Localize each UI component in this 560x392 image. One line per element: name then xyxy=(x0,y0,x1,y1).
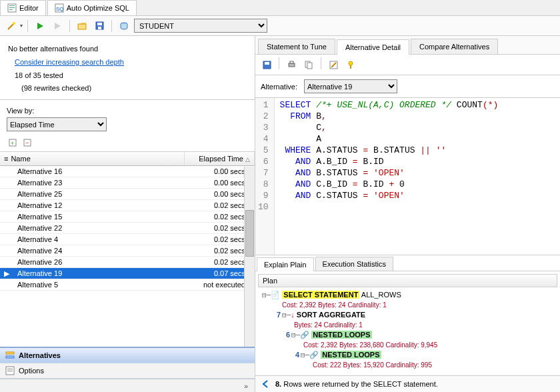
plan-node-nested2[interactable]: NESTED LOOPS xyxy=(321,351,381,359)
row-marker: ▶ xyxy=(0,269,13,279)
col-time-header[interactable]: Elapsed Time xyxy=(199,155,243,163)
svg-point-31 xyxy=(349,61,353,65)
edit-button[interactable] xyxy=(326,57,341,72)
svg-line-6 xyxy=(8,24,13,29)
plan-cost: Cost: 2,392 Bytes: 24 Cardinality: 1 xyxy=(282,301,387,309)
separator xyxy=(279,57,279,69)
right-tab-bar: Statement to Tune Alternative Detail Com… xyxy=(255,36,560,55)
summary-title: No better alternatives found xyxy=(8,43,247,56)
plan-node-select[interactable]: SELECT STATEMENT xyxy=(282,291,359,299)
status-back-icon[interactable] xyxy=(261,379,271,389)
tab-auto-optimize[interactable]: SQL Auto Optimize SQL xyxy=(47,0,137,15)
row-name: Alternative 15 xyxy=(13,212,185,221)
tab-statement-to-tune[interactable]: Statement to Tune xyxy=(258,39,335,54)
main-toolbar: ▾ STUDENT xyxy=(0,16,560,36)
table-row[interactable]: Alternative 40.02 secs xyxy=(0,234,255,245)
alternative-label: Alternative: xyxy=(261,83,297,91)
increase-depth-link[interactable]: Consider increasing search depth xyxy=(15,58,124,66)
panel-alternatives-label: Alternatives xyxy=(19,351,61,359)
table-row[interactable]: Alternative 230.00 secs xyxy=(0,177,255,189)
row-marker xyxy=(0,193,13,195)
run-step-button[interactable] xyxy=(50,19,65,33)
viewby-combo[interactable]: Elapsed Time xyxy=(7,117,107,131)
plan-panel: Plan ⊟─📄 SELECT STATEMENT ALL_ROWS Cost:… xyxy=(255,271,560,375)
status-text: Rows were returned by the SELECT stateme… xyxy=(281,380,438,388)
plan-node-nested1[interactable]: NESTED LOOPS xyxy=(311,331,371,339)
table-row[interactable]: Alternative 120.02 secs xyxy=(0,200,255,211)
plan-header: Plan xyxy=(258,274,557,287)
panel-alternatives[interactable]: Alternatives xyxy=(0,348,255,363)
options-icon xyxy=(5,366,15,375)
wand-dropdown[interactable]: ▾ xyxy=(20,23,23,29)
svg-text:+: + xyxy=(11,140,14,147)
row-marker xyxy=(0,182,13,183)
tab-execution-statistics[interactable]: Execution Statistics xyxy=(315,257,393,271)
row-marker xyxy=(0,250,13,251)
sql-editor[interactable]: 12345678910 SELECT /*+ USE_NL(A,C) ORDER… xyxy=(255,98,560,255)
tab-compare-alternatives[interactable]: Compare Alternatives xyxy=(411,39,498,54)
expand-all-button[interactable]: + xyxy=(7,137,19,149)
open-button[interactable] xyxy=(75,19,89,33)
alternatives-grid[interactable]: ≡ Name Elapsed Time △ Alternative 160.00… xyxy=(0,151,255,375)
row-marker xyxy=(0,205,13,206)
col-name-header[interactable]: Name xyxy=(11,155,30,163)
table-row[interactable]: Alternative 250.00 secs xyxy=(0,189,255,200)
pin-button[interactable] xyxy=(343,57,358,72)
separator xyxy=(111,20,112,32)
loop-icon: 🔗 xyxy=(300,331,309,339)
row-name: Alternative 22 xyxy=(13,223,185,233)
connection-combo[interactable]: STUDENT xyxy=(134,19,267,33)
row-marker xyxy=(0,284,13,285)
run-button[interactable] xyxy=(33,19,47,33)
plan-cost: Bytes: 24 Cardinality: 1 xyxy=(294,321,363,329)
table-row[interactable]: Alternative 5not executed xyxy=(0,279,255,291)
svg-rect-22 xyxy=(7,371,13,371)
table-row[interactable]: Alternative 150.02 secs xyxy=(0,211,255,223)
alternatives-icon xyxy=(5,351,15,360)
row-marker xyxy=(0,239,13,240)
plan-node-sort[interactable]: SORT AGGREGATE xyxy=(297,311,365,319)
summary-rewrites: (98 rewrites checked) xyxy=(21,82,247,95)
row-name: Alternative 5 xyxy=(13,280,185,289)
svg-marker-8 xyxy=(37,23,43,29)
summary-block: No better alternatives found Consider in… xyxy=(0,36,255,100)
copy-button[interactable] xyxy=(301,57,316,72)
left-pane: No better alternatives found Consider in… xyxy=(0,36,255,392)
optimize-icon: SQL xyxy=(55,3,64,13)
svg-rect-3 xyxy=(9,9,13,10)
svg-rect-18 xyxy=(6,352,14,354)
row-name: Alternative 25 xyxy=(13,189,185,199)
save-button[interactable] xyxy=(92,19,107,33)
tab-optimize-label: Auto Optimize SQL xyxy=(67,4,129,12)
table-row[interactable]: Alternative 220.02 secs xyxy=(0,223,255,234)
tab-alternative-detail[interactable]: Alternative Detail xyxy=(337,39,409,55)
panel-options[interactable]: Options xyxy=(0,363,255,379)
sql-code[interactable]: SELECT /*+ USE_NL(A,C) ORDERED */ COUNT(… xyxy=(275,98,504,255)
svg-rect-12 xyxy=(98,27,101,29)
scrollbar-thumb[interactable] xyxy=(245,210,254,257)
expand-chevron[interactable]: » xyxy=(0,379,255,392)
plan-stmt-icon: 📄 xyxy=(271,291,280,299)
scrollbar[interactable] xyxy=(244,167,255,375)
table-row[interactable]: Alternative 160.00 secs xyxy=(0,166,255,177)
line-gutter: 12345678910 xyxy=(255,98,275,255)
row-name: Alternative 16 xyxy=(13,167,185,176)
separator xyxy=(27,20,28,32)
collapse-all-button[interactable]: − xyxy=(21,137,33,149)
row-marker xyxy=(0,216,13,217)
row-name: Alternative 24 xyxy=(13,246,185,255)
tab-editor[interactable]: Editor xyxy=(0,0,46,15)
alternative-combo[interactable]: Alternative 19 xyxy=(304,79,397,93)
plan-tree[interactable]: ⊟─📄 SELECT STATEMENT ALL_ROWS Cost: 2,39… xyxy=(258,287,557,373)
table-row[interactable]: Alternative 260.02 secs xyxy=(0,257,255,268)
row-name: Alternative 12 xyxy=(13,201,185,210)
print-button[interactable] xyxy=(284,57,299,72)
save-sql-button[interactable] xyxy=(259,57,274,72)
table-row[interactable]: Alternative 240.02 secs xyxy=(0,245,255,257)
connection-picker-button[interactable] xyxy=(117,19,131,33)
detail-toolbar xyxy=(255,55,560,75)
svg-rect-28 xyxy=(307,63,312,69)
tab-explain-plan[interactable]: Explain Plain xyxy=(257,257,314,271)
table-row[interactable]: ▶Alternative 190.07 secs xyxy=(0,268,255,279)
wand-button[interactable] xyxy=(4,19,19,33)
